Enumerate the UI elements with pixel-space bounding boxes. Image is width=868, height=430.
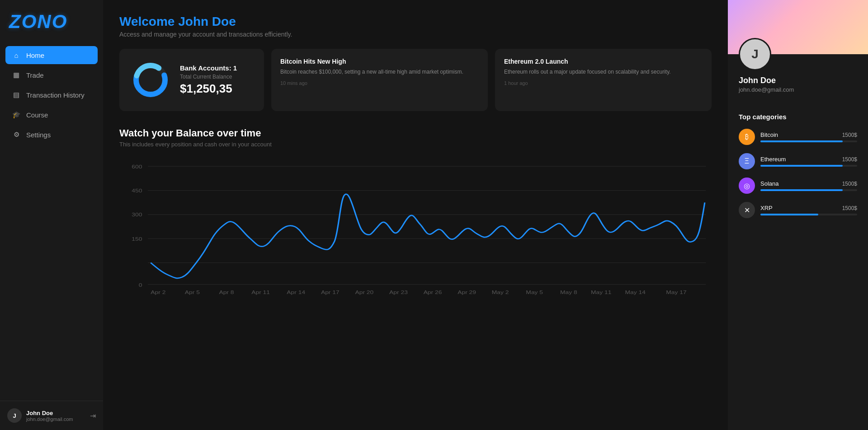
graduation-cap-icon: 🎓 bbox=[12, 110, 21, 119]
news-body-1: Ethereum rolls out a major update focuse… bbox=[504, 68, 703, 76]
cat-info-2: Solana 1500$ bbox=[760, 180, 857, 191]
svg-text:Apr 14: Apr 14 bbox=[287, 289, 305, 295]
cat-value-1: 1500$ bbox=[842, 156, 857, 163]
cat-info-0: Bitcoin 1500$ bbox=[760, 131, 857, 142]
categories-container: ₿ Bitcoin 1500$ Ξ Ethereum 1500$ bbox=[739, 129, 857, 218]
cat-name-0: Bitcoin bbox=[760, 131, 778, 138]
sidebar: ZONO ⌂ Home ▦ Trade ▤ Transaction Histor… bbox=[0, 0, 103, 430]
profile-avatar: J bbox=[739, 38, 771, 70]
bank-accounts-label: Bank Accounts: 1 bbox=[180, 64, 237, 72]
donut-chart bbox=[130, 60, 171, 100]
svg-text:300: 300 bbox=[132, 211, 142, 218]
welcome-subtitle: Access and manage your account and trans… bbox=[119, 31, 712, 38]
profile-name: John Doe bbox=[739, 76, 776, 85]
profile-avatar-wrap: J bbox=[739, 38, 771, 70]
nav-item-label: Home bbox=[26, 51, 44, 59]
news-title-1: Ethereum 2.0 Launch bbox=[504, 58, 703, 65]
solana-icon: ◎ bbox=[739, 178, 755, 194]
category-item-xrp: ✕ XRP 1500$ bbox=[739, 202, 857, 218]
cat-bar-fill-0 bbox=[760, 140, 843, 142]
svg-text:May 17: May 17 bbox=[666, 289, 686, 295]
news-time-0: 10 mins ago bbox=[280, 80, 479, 86]
category-item-solana: ◎ Solana 1500$ bbox=[739, 178, 857, 194]
xrp-icon: ✕ bbox=[739, 202, 755, 218]
chart-subtitle: This includes every position and cash ov… bbox=[119, 141, 712, 148]
top-categories-title: Top categories bbox=[739, 113, 857, 121]
cat-bar-fill-1 bbox=[760, 165, 843, 167]
sidebar-item-course[interactable]: 🎓 Course bbox=[5, 106, 98, 124]
sidebar-item-trade[interactable]: ▦ Trade bbox=[5, 66, 98, 84]
logout-icon[interactable]: ⇥ bbox=[90, 411, 96, 420]
ethereum-icon: Ξ bbox=[739, 153, 755, 169]
svg-text:Apr 5: Apr 5 bbox=[185, 289, 200, 295]
category-item-ethereum: Ξ Ethereum 1500$ bbox=[739, 153, 857, 169]
balance-amount: $1,250,35 bbox=[180, 82, 237, 96]
svg-text:May 14: May 14 bbox=[625, 289, 646, 295]
cat-name-1: Ethereum bbox=[760, 156, 786, 163]
welcome-title: Welcome John Doe bbox=[119, 14, 712, 29]
svg-text:450: 450 bbox=[132, 187, 142, 194]
svg-text:May 11: May 11 bbox=[591, 289, 611, 295]
svg-text:May 5: May 5 bbox=[526, 289, 543, 295]
welcome-name: John Doe bbox=[178, 14, 236, 28]
svg-text:0: 0 bbox=[139, 282, 142, 288]
svg-text:May 2: May 2 bbox=[492, 289, 509, 295]
welcome-prefix: Welcome bbox=[119, 14, 178, 28]
home-icon: ⌂ bbox=[12, 51, 21, 60]
bar-chart-icon: ▦ bbox=[12, 70, 21, 79]
bank-card: Bank Accounts: 1 Total Current Balance $… bbox=[119, 49, 264, 111]
nav-item-label: Settings bbox=[26, 131, 51, 139]
svg-text:Apr 20: Apr 20 bbox=[355, 289, 373, 295]
cat-bar-fill-2 bbox=[760, 189, 843, 191]
gear-icon: ⚙ bbox=[12, 130, 21, 139]
news-card-0: Bitcoin Hits New High Bitcoin reaches $1… bbox=[271, 49, 488, 111]
footer-user: J John Doe john.doe@gmail.com bbox=[7, 408, 73, 423]
cat-name-3: XRP bbox=[760, 205, 773, 211]
svg-text:Apr 29: Apr 29 bbox=[458, 289, 476, 295]
sidebar-item-transaction-history[interactable]: ▤ Transaction History bbox=[5, 86, 98, 104]
svg-text:150: 150 bbox=[132, 236, 142, 242]
svg-text:Apr 23: Apr 23 bbox=[389, 289, 408, 295]
balance-chart: 600 450 300 150 0 Apr 2 Apr 5 Apr 8 Apr … bbox=[119, 157, 712, 301]
main-content: Welcome John Doe Access and manage your … bbox=[103, 0, 728, 430]
bank-info: Bank Accounts: 1 Total Current Balance $… bbox=[180, 64, 237, 96]
news-cards-container: Bitcoin Hits New High Bitcoin reaches $1… bbox=[271, 49, 712, 111]
balance-label: Total Current Balance bbox=[180, 74, 237, 80]
chart-svg: 600 450 300 150 0 Apr 2 Apr 5 Apr 8 Apr … bbox=[119, 157, 712, 301]
profile-email: john.doe@gmail.com bbox=[739, 86, 794, 93]
news-card-1: Ethereum 2.0 Launch Ethereum rolls out a… bbox=[495, 49, 712, 111]
bitcoin-icon: ₿ bbox=[739, 129, 755, 145]
top-cards: Bank Accounts: 1 Total Current Balance $… bbox=[119, 49, 712, 111]
sidebar-footer: J John Doe john.doe@gmail.com ⇥ bbox=[0, 401, 103, 430]
cat-value-3: 1500$ bbox=[842, 205, 857, 211]
svg-text:Apr 11: Apr 11 bbox=[251, 289, 270, 295]
cat-name-2: Solana bbox=[760, 180, 778, 187]
profile-section: J John Doe john.doe@gmail.com bbox=[728, 54, 868, 104]
sidebar-item-home[interactable]: ⌂ Home bbox=[5, 46, 98, 64]
svg-text:Apr 2: Apr 2 bbox=[151, 289, 165, 295]
svg-text:600: 600 bbox=[132, 164, 142, 170]
cat-bar-bg-2 bbox=[760, 189, 857, 191]
svg-text:Apr 8: Apr 8 bbox=[219, 289, 234, 295]
chart-title: Watch your Balance over time bbox=[119, 127, 712, 139]
nav-item-label: Trade bbox=[26, 71, 44, 79]
nav-item-label: Transaction History bbox=[26, 91, 85, 99]
footer-name: John Doe bbox=[26, 410, 73, 416]
svg-text:Apr 26: Apr 26 bbox=[424, 289, 442, 295]
news-title-0: Bitcoin Hits New High bbox=[280, 58, 479, 65]
cat-bar-bg-1 bbox=[760, 165, 857, 167]
cat-bar-fill-3 bbox=[760, 214, 818, 215]
cat-value-2: 1500$ bbox=[842, 181, 857, 187]
news-body-0: Bitcoin reaches $100,000, setting a new … bbox=[280, 68, 479, 76]
top-categories-section: Top categories ₿ Bitcoin 1500$ Ξ Ethereu… bbox=[728, 104, 868, 430]
svg-text:May 8: May 8 bbox=[560, 289, 577, 295]
logo-area: ZONO bbox=[0, 0, 103, 42]
cat-bar-bg-3 bbox=[760, 214, 857, 215]
cat-info-3: XRP 1500$ bbox=[760, 205, 857, 215]
svg-text:Apr 17: Apr 17 bbox=[321, 289, 340, 295]
footer-avatar: J bbox=[7, 408, 22, 423]
footer-email: john.doe@gmail.com bbox=[26, 416, 73, 422]
cat-info-1: Ethereum 1500$ bbox=[760, 156, 857, 167]
right-panel: J John Doe john.doe@gmail.com Top catego… bbox=[728, 0, 868, 430]
sidebar-item-settings[interactable]: ⚙ Settings bbox=[5, 126, 98, 144]
